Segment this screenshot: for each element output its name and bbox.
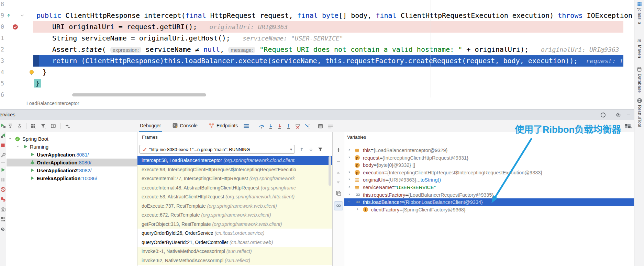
stop-icon[interactable] <box>0 143 5 148</box>
wrench-icon[interactable] <box>0 152 6 158</box>
code-text[interactable]: URI originalUri = request.getURI(); orig… <box>52 21 288 33</box>
chevron-right-icon[interactable] <box>348 176 352 184</box>
down-arrow-icon[interactable] <box>308 147 314 152</box>
editor-horizontal-scrollbar[interactable] <box>0 93 634 97</box>
stack-frame-row[interactable]: executeInternal:48, AbstractBufferingCli… <box>137 183 332 193</box>
layout-icon[interactable] <box>0 217 6 222</box>
group-by-icon[interactable] <box>30 123 36 129</box>
chevron-right-icon[interactable] <box>348 154 352 162</box>
chevron-down-icon[interactable] <box>348 198 352 206</box>
evaluate-icon[interactable] <box>318 123 323 129</box>
tool-stripe-database[interactable]: Database <box>634 67 644 93</box>
variable-row[interactable]: prequest = {InterceptingClientHttpReques… <box>344 154 634 162</box>
tool-stripe-restfultool[interactable]: RestfulTool <box>634 98 644 127</box>
tostring-link[interactable]: toString() <box>420 177 441 183</box>
mute-breakpoints-icon[interactable] <box>0 187 6 192</box>
tool-stripe-maven[interactable]: mMaven <box>634 37 644 58</box>
stack-frame-row[interactable]: invoke:62, NativeMethodAccessorImpl (sun… <box>137 256 332 265</box>
stack-frame-row[interactable]: executeInternal:77, InterceptingClientHt… <box>137 174 332 183</box>
remove-watch-icon[interactable] <box>333 159 344 164</box>
gear-icon[interactable] <box>615 112 621 118</box>
code-text[interactable]: return (ClientHttpResponse)this.loadBala… <box>52 55 623 67</box>
code-line-row[interactable]: 3return (ClientHttpResponse)this.loadBal… <box>0 55 623 67</box>
code-text[interactable]: String serviceName = originalUri.getHost… <box>52 33 343 44</box>
minimize-icon[interactable] <box>626 112 631 118</box>
run-to-cursor-icon[interactable] <box>304 123 310 129</box>
code-line-row[interactable]: 2Assert.state( expression: serviceName ≠… <box>0 44 623 55</box>
variable-row[interactable]: fclientFactory = {SpringClientFactory@93… <box>344 206 634 213</box>
stack-frame-row[interactable]: queryOrderById:26, OrderService (cn.itca… <box>137 229 332 238</box>
step-over-icon[interactable] <box>258 123 265 129</box>
move-down-icon[interactable] <box>333 180 344 185</box>
variable-row[interactable]: pbody = {byte[0]@9332} [] <box>344 161 634 169</box>
code-line-row[interactable]: 0URI originalUri = request.getURI(); ori… <box>0 21 623 33</box>
code-editor[interactable]: 89public ClientHttpResponse intercept(fi… <box>0 0 634 97</box>
chevron-right-icon[interactable] <box>356 206 360 213</box>
show-watches-button[interactable] <box>333 201 344 210</box>
code-line-row[interactable]: 8 <box>0 0 623 10</box>
chevron-down-icon[interactable] <box>16 143 20 151</box>
resume-icon[interactable] <box>0 167 6 173</box>
tab-console[interactable]: Console <box>171 120 198 131</box>
variable-row[interactable]: this = {LoadBalancerInterceptor@9329} <box>344 147 634 154</box>
service-row[interactable]: EurekaApplication :10086/ <box>7 174 137 182</box>
code-line-row[interactable]: 9public ClientHttpResponse intercept(fin… <box>0 10 623 21</box>
view-breakpoints-icon[interactable] <box>0 197 6 202</box>
code-text[interactable]: } <box>43 67 47 78</box>
variable-row[interactable]: serviceName = "USER-SERVICE" <box>344 184 634 191</box>
layout-lines-icon[interactable] <box>327 123 334 129</box>
stack-frame-row[interactable]: execute:93, InterceptingClientHttpReques… <box>137 165 332 174</box>
breadcrumb[interactable]: LoadBalancerInterceptor <box>26 98 79 109</box>
tool-stripe-jclasslib[interactable]: jclasslib <box>634 2 644 24</box>
settings-gear-icon[interactable] <box>0 227 6 232</box>
service-row[interactable]: UserApplication :8081/ <box>7 151 137 159</box>
code-line-row[interactable]: 5} <box>0 78 623 89</box>
duplicate-icon[interactable] <box>333 190 344 196</box>
variable-row[interactable]: pexecution = {InterceptingClientHttpRequ… <box>344 169 634 176</box>
code-text[interactable]: Assert.state( expression: serviceName ≠ … <box>52 44 619 56</box>
add-icon[interactable] <box>64 123 70 129</box>
filter-icon[interactable] <box>40 123 46 129</box>
rerun-debug-icon[interactable] <box>0 133 6 138</box>
move-up-icon[interactable] <box>333 171 344 175</box>
tab-endpoints[interactable]: Endpoints <box>208 120 238 131</box>
add-watch-icon[interactable] <box>333 147 344 153</box>
chevron-right-icon[interactable] <box>348 184 352 191</box>
variable-row[interactable]: originalUri = {URI@9363} ... toString() <box>344 176 634 184</box>
code-text[interactable]: } <box>34 78 41 89</box>
chevron-down-icon[interactable] <box>9 135 13 143</box>
filter-funnel-icon[interactable] <box>318 147 323 152</box>
up-arrow-icon[interactable] <box>299 147 304 152</box>
service-row[interactable]: OrderApplication :8080/ <box>7 159 137 166</box>
code-line-row[interactable]: 1String serviceName = originalUri.getHos… <box>0 33 623 44</box>
camera-icon[interactable] <box>0 207 6 212</box>
variable-row[interactable]: this.loadBalancer = {RibbonLoadBalancerC… <box>344 198 634 206</box>
restore-layout-icon[interactable] <box>624 123 632 129</box>
drop-frame-icon[interactable] <box>295 123 301 129</box>
tab-debugger[interactable]: Debugger <box>139 120 162 132</box>
code-text[interactable]: public ClientHttpResponse intercept(fina… <box>36 10 632 21</box>
chevron-right-icon[interactable] <box>348 191 352 199</box>
force-step-into-icon[interactable] <box>277 123 282 129</box>
stack-frame-row[interactable]: execute:53, AbstractClientHttpRequest (o… <box>137 192 332 201</box>
target-icon[interactable] <box>600 112 606 118</box>
step-out-icon[interactable] <box>286 123 291 129</box>
code-line-row[interactable]: 4} <box>0 67 623 78</box>
add-frame-icon[interactable] <box>50 123 56 129</box>
more-tabs-icon[interactable] <box>243 123 249 129</box>
scrollbar-thumb[interactable] <box>72 93 206 96</box>
stack-frame-row[interactable]: execute:672, RestTemplate (org.springfra… <box>137 210 332 220</box>
chevron-right-icon[interactable] <box>348 169 352 176</box>
stack-frame-row[interactable]: invoke0:-1, NativeMethodAccessorImpl (su… <box>137 247 332 256</box>
stack-frame-row[interactable]: intercept:58, LoadBalancerInterceptor (o… <box>137 156 332 165</box>
thread-dropdown[interactable]: "http-nio-8080-exec-1"...n group "main":… <box>139 145 295 154</box>
rerun-icon[interactable] <box>0 123 6 128</box>
stack-frame-row[interactable]: doExecute:737, RestTemplate (org.springf… <box>137 201 332 211</box>
stack-frame-row[interactable]: queryOrderByUserId:21, OrderController (… <box>137 238 332 247</box>
chevron-right-icon[interactable] <box>348 147 352 154</box>
frames-scrollbar[interactable] <box>329 156 331 186</box>
variable-row[interactable]: this.requestFactory = {LoadBalancerReque… <box>344 191 634 199</box>
stack-frame-row[interactable]: getForObject:313, RestTemplate (org.spri… <box>137 220 332 229</box>
pause-icon[interactable] <box>0 177 5 182</box>
collapse-all-icon[interactable] <box>17 123 22 129</box>
